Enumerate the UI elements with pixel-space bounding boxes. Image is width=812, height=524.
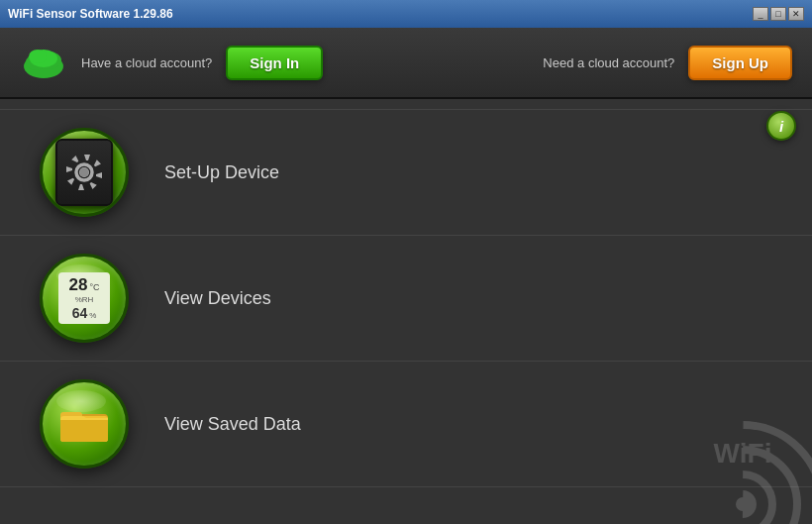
setup-device-item[interactable]: Set-Up Device bbox=[0, 109, 812, 236]
folder-icon bbox=[58, 404, 110, 444]
maximize-button[interactable]: □ bbox=[770, 7, 786, 21]
wifi-watermark: WiFi bbox=[663, 375, 812, 524]
sign-up-button[interactable]: Sign Up bbox=[688, 46, 792, 80]
view-saved-data-label: View Saved Data bbox=[164, 414, 301, 435]
have-account-label: Have a cloud account? bbox=[81, 55, 212, 70]
cloud-logo-icon bbox=[20, 45, 67, 80]
header-left: Have a cloud account? Sign In bbox=[20, 45, 323, 80]
close-button[interactable]: ✕ bbox=[788, 7, 804, 21]
title-bar: WiFi Sensor Software 1.29.86 _ □ ✕ bbox=[0, 0, 812, 28]
setup-device-icon-circle bbox=[40, 128, 129, 217]
svg-point-7 bbox=[80, 168, 89, 177]
setup-device-label: Set-Up Device bbox=[164, 162, 279, 183]
app-title: WiFi Sensor Software 1.29.86 bbox=[8, 7, 173, 21]
header: Have a cloud account? Sign In Need a clo… bbox=[0, 28, 812, 99]
view-saved-data-icon-circle bbox=[40, 379, 129, 469]
gear-icon bbox=[64, 153, 104, 192]
main-content: i bbox=[0, 99, 812, 524]
need-account-label: Need a cloud account? bbox=[543, 55, 674, 70]
header-right: Need a cloud account? Sign Up bbox=[543, 46, 792, 80]
minimize-button[interactable]: _ bbox=[753, 7, 768, 21]
svg-point-16 bbox=[736, 497, 750, 511]
setup-device-display bbox=[55, 139, 113, 206]
view-devices-item[interactable]: 28 °C %RH 64 % View Devices bbox=[0, 236, 812, 362]
sensor-display: 28 °C %RH 64 % bbox=[58, 272, 110, 324]
view-devices-icon-circle: 28 °C %RH 64 % bbox=[40, 254, 129, 343]
view-devices-label: View Devices bbox=[164, 288, 271, 309]
svg-text:WiFi: WiFi bbox=[714, 438, 772, 469]
window-controls[interactable]: _ □ ✕ bbox=[753, 7, 804, 21]
sign-in-button[interactable]: Sign In bbox=[226, 46, 323, 80]
svg-rect-11 bbox=[60, 418, 108, 442]
svg-point-4 bbox=[29, 50, 47, 63]
